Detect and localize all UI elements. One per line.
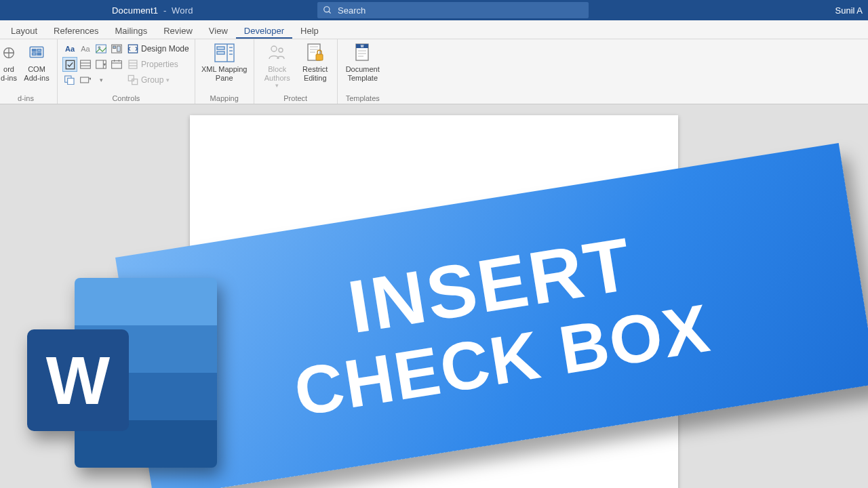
block-authors-icon — [267, 42, 288, 64]
restrict-editing-button[interactable]: Restrict Editing — [299, 42, 332, 82]
svg-line-1 — [329, 12, 331, 14]
group-templates: W Document Template Templates — [338, 39, 388, 104]
com-addins-button[interactable]: COM Add-ins — [22, 42, 52, 82]
control-buildingblock[interactable] — [110, 42, 123, 56]
control-plaintext[interactable]: Aa — [79, 42, 92, 56]
word-logo-badge: W — [27, 329, 129, 431]
svg-rect-3 — [30, 47, 43, 57]
group-addins: ord d-ins COM Add-ins d-ins — [0, 39, 58, 104]
chevron-down-icon: ▾ — [275, 82, 279, 89]
group-button: Group ▾ — [127, 73, 189, 87]
group-protect: Block Authors ▾ Restrict Editing Protect — [254, 39, 338, 104]
chevron-down-icon: ▾ — [166, 77, 170, 83]
svg-text:W: W — [360, 44, 363, 48]
control-datepicker[interactable] — [110, 58, 123, 71]
properties-button: Properties — [127, 58, 189, 71]
control-picture[interactable] — [94, 42, 108, 56]
svg-rect-38 — [217, 52, 224, 54]
svg-rect-5 — [37, 49, 41, 52]
title-bar: Document1 - Word Search Sunil A — [0, 0, 868, 20]
svg-rect-4 — [33, 49, 36, 52]
xml-mapping-pane-button[interactable]: XML Mapping Pane — [201, 42, 248, 82]
svg-rect-12 — [117, 46, 121, 52]
word-addins-button[interactable]: ord d-ins — [0, 42, 18, 82]
svg-rect-7 — [37, 53, 41, 55]
tab-view[interactable]: View — [201, 22, 236, 39]
group-mapping: XML Mapping Pane Mapping — [195, 39, 254, 104]
svg-rect-14 — [81, 60, 91, 68]
search-icon — [323, 5, 332, 15]
control-legacy[interactable] — [79, 73, 92, 87]
design-mode-icon — [127, 43, 138, 54]
block-authors-button: Block Authors ▾ — [260, 42, 295, 89]
doc-name: Document1 — [112, 5, 158, 16]
tab-help[interactable]: Help — [292, 22, 327, 39]
svg-rect-37 — [217, 47, 224, 49]
app-name: Word — [172, 5, 193, 16]
svg-point-39 — [271, 46, 277, 52]
svg-rect-30 — [128, 75, 134, 81]
document-template-icon: W — [352, 42, 374, 64]
tab-mailings[interactable]: Mailings — [107, 22, 156, 39]
properties-icon — [127, 59, 138, 70]
tab-layout[interactable]: Layout — [3, 22, 45, 39]
svg-rect-26 — [128, 45, 137, 53]
control-combobox[interactable] — [79, 58, 92, 71]
restrict-editing-icon — [304, 42, 326, 64]
tab-developer[interactable]: Developer — [236, 22, 292, 39]
svg-rect-19 — [112, 61, 122, 68]
search-placeholder: Search — [338, 5, 366, 16]
addin-icon — [0, 42, 20, 64]
group-controls-label: Controls — [63, 93, 189, 102]
group-addins-label: d-ins — [0, 93, 52, 102]
word-logo: W — [27, 271, 217, 474]
svg-rect-11 — [113, 46, 116, 48]
control-repeating[interactable] — [63, 73, 77, 87]
controls-options: Design Mode Properties Group ▾ — [127, 42, 189, 87]
svg-rect-25 — [81, 77, 89, 83]
group-controls: Aa Aa — [58, 39, 195, 104]
search-input[interactable]: Search — [317, 2, 589, 18]
svg-point-9 — [98, 47, 100, 49]
group-protect-label: Protect — [260, 93, 332, 102]
svg-rect-31 — [132, 79, 138, 85]
document-template-button[interactable]: W Document Template — [343, 42, 382, 82]
xml-mapping-icon — [212, 42, 237, 64]
control-dropdown[interactable] — [94, 58, 108, 71]
control-checkbox[interactable] — [63, 58, 77, 71]
svg-rect-13 — [66, 60, 75, 69]
group-templates-label: Templates — [343, 93, 382, 102]
svg-rect-8 — [96, 45, 106, 53]
user-name[interactable]: Sunil A — [835, 5, 863, 16]
ribbon: ord d-ins COM Add-ins d-ins Aa Aa — [0, 39, 868, 104]
svg-rect-24 — [68, 78, 74, 84]
svg-point-40 — [279, 48, 283, 52]
svg-rect-27 — [129, 60, 137, 68]
controls-gallery: Aa Aa — [63, 42, 123, 87]
tab-references[interactable]: References — [45, 22, 106, 39]
control-richtext[interactable]: Aa — [63, 42, 77, 56]
svg-rect-6 — [33, 53, 36, 55]
ribbon-tabs: Layout References Mailings Review View D… — [0, 20, 868, 39]
group-mapping-label: Mapping — [201, 93, 248, 102]
control-legacy-dropdown[interactable]: ▾ — [94, 73, 108, 87]
com-addins-icon — [26, 42, 47, 64]
svg-point-0 — [324, 7, 330, 12]
svg-rect-45 — [316, 54, 323, 60]
tab-review[interactable]: Review — [155, 22, 201, 39]
design-mode-button[interactable]: Design Mode — [127, 42, 189, 56]
group-icon — [127, 75, 138, 85]
